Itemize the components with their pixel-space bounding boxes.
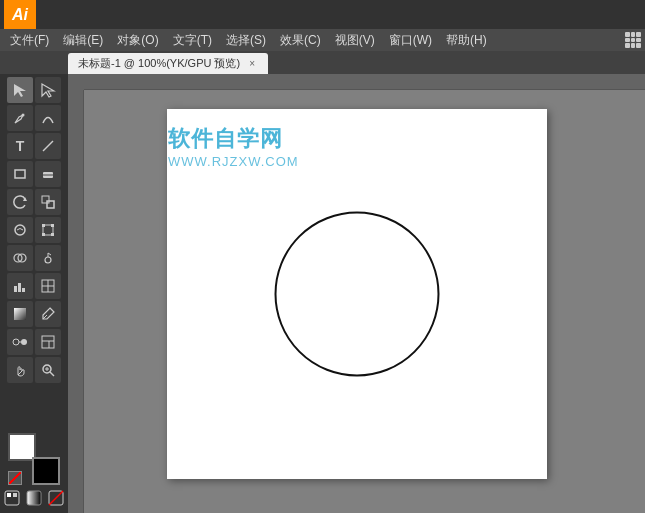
builder-tools-row — [0, 245, 68, 271]
document-tab[interactable]: 未标题-1 @ 100%(YK/GPU 预览) × — [68, 53, 268, 74]
stroke-swatch[interactable] — [32, 457, 60, 485]
menu-help[interactable]: 帮助(H) — [440, 30, 493, 51]
menu-bar: 文件(F) 编辑(E) 对象(O) 文字(T) 选择(S) 效果(C) 视图(V… — [0, 29, 645, 51]
svg-line-3 — [43, 141, 53, 151]
type-tools-row: T — [0, 133, 68, 159]
ruler-corner — [68, 74, 84, 90]
artboard — [167, 109, 547, 479]
workspace-switcher-icon[interactable] — [625, 32, 641, 48]
free-transform-tool[interactable] — [35, 217, 61, 243]
svg-point-30 — [21, 339, 27, 345]
title-bar: Ai — [0, 0, 645, 29]
svg-rect-8 — [42, 196, 49, 203]
gradient-tools-row — [0, 301, 68, 327]
menu-view[interactable]: 视图(V) — [329, 30, 381, 51]
main-area: T — [0, 74, 645, 513]
svg-point-2 — [22, 114, 25, 117]
vertical-ruler — [68, 74, 84, 513]
mesh-tool[interactable] — [35, 273, 61, 299]
graph-tools-row — [0, 273, 68, 299]
svg-rect-27 — [14, 308, 26, 320]
none-swatch-icon[interactable] — [47, 489, 65, 507]
svg-marker-0 — [14, 84, 26, 97]
ai-logo: Ai — [4, 0, 36, 29]
selection-tool[interactable] — [7, 77, 33, 103]
swatch-group — [8, 433, 60, 485]
canvas-area: 软件自学网 WWW.RJZXW.COM — [68, 74, 645, 513]
svg-rect-15 — [51, 233, 54, 236]
svg-rect-21 — [14, 286, 17, 292]
svg-rect-23 — [22, 288, 25, 292]
column-graph-tool[interactable] — [7, 273, 33, 299]
menu-file[interactable]: 文件(F) — [4, 30, 55, 51]
gradient-swatch-icon[interactable] — [25, 489, 43, 507]
horizontal-ruler — [84, 74, 645, 90]
svg-rect-12 — [42, 224, 45, 227]
pen-tool[interactable] — [7, 105, 33, 131]
svg-rect-13 — [51, 224, 54, 227]
menu-window[interactable]: 窗口(W) — [383, 30, 438, 51]
svg-point-10 — [15, 225, 25, 235]
svg-rect-14 — [42, 233, 45, 236]
rotate-tool[interactable] — [7, 189, 33, 215]
svg-rect-41 — [13, 493, 17, 497]
blend-tools-row — [0, 329, 68, 355]
tab-label: 未标题-1 @ 100%(YK/GPU 预览) — [78, 56, 240, 71]
warp-tools-row — [0, 217, 68, 243]
svg-rect-4 — [15, 170, 25, 178]
menu-type[interactable]: 文字(T) — [167, 30, 218, 51]
left-toolbar: T — [0, 74, 68, 513]
svg-rect-22 — [18, 283, 21, 292]
type-tool[interactable]: T — [7, 133, 33, 159]
gradient-tool[interactable] — [7, 301, 33, 327]
eyedropper-tool[interactable] — [35, 301, 61, 327]
line-segment-tool[interactable] — [35, 133, 61, 159]
none-icon[interactable] — [8, 471, 22, 485]
menu-object[interactable]: 对象(O) — [111, 30, 164, 51]
warp-tool[interactable] — [7, 217, 33, 243]
svg-rect-40 — [7, 493, 11, 497]
curvature-tool[interactable] — [35, 105, 61, 131]
scale-tool[interactable] — [35, 189, 61, 215]
symbol-sprayer-tool[interactable] — [35, 245, 61, 271]
transform-tools-row — [0, 189, 68, 215]
svg-point-18 — [45, 257, 51, 263]
circle-object[interactable] — [274, 211, 439, 376]
svg-line-44 — [49, 491, 63, 505]
color-mode-icons — [3, 489, 65, 507]
zoom-tool[interactable] — [35, 357, 61, 383]
menu-edit[interactable]: 编辑(E) — [57, 30, 109, 51]
navigate-tools-row — [0, 357, 68, 383]
svg-line-36 — [50, 372, 54, 376]
menu-right-icons — [625, 32, 641, 48]
pen-tools-row — [0, 105, 68, 131]
shape-builder-tool[interactable] — [7, 245, 33, 271]
tab-close-button[interactable]: × — [246, 58, 258, 70]
svg-rect-42 — [27, 491, 41, 505]
rectangle-tool[interactable] — [7, 161, 33, 187]
menu-effect[interactable]: 效果(C) — [274, 30, 327, 51]
direct-selection-tool[interactable] — [35, 77, 61, 103]
selection-tools-row — [0, 77, 68, 103]
color-icon[interactable] — [3, 489, 21, 507]
color-area — [0, 433, 68, 511]
shape-tools-row — [0, 161, 68, 187]
menu-select[interactable]: 选择(S) — [220, 30, 272, 51]
blend-tool[interactable] — [7, 329, 33, 355]
slice-tool[interactable] — [35, 329, 61, 355]
svg-rect-32 — [42, 336, 54, 348]
svg-marker-1 — [42, 84, 54, 97]
tab-bar: 未标题-1 @ 100%(YK/GPU 预览) × — [0, 51, 645, 74]
svg-point-29 — [13, 339, 19, 345]
svg-rect-9 — [47, 201, 54, 208]
hand-tool[interactable] — [7, 357, 33, 383]
eraser-tool[interactable] — [35, 161, 61, 187]
